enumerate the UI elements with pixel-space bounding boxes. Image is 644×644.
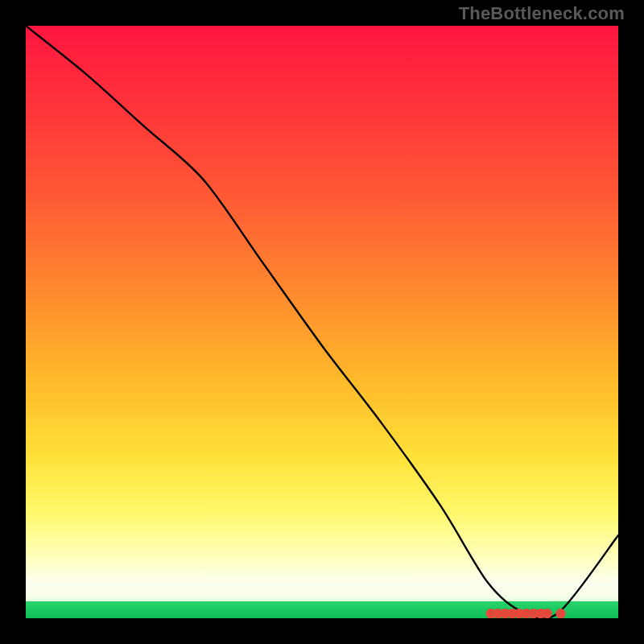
watermark-text: TheBottleneck.com	[459, 3, 625, 24]
optimal-range-markers	[26, 26, 618, 618]
optimal-marker	[555, 609, 565, 618]
plot-area	[26, 26, 618, 618]
optimal-marker	[542, 609, 551, 618]
chart-container: TheBottleneck.com	[0, 0, 644, 644]
